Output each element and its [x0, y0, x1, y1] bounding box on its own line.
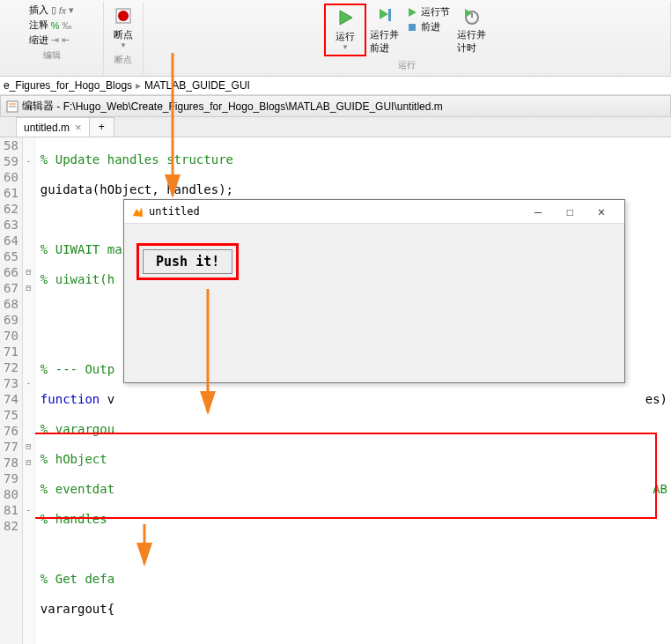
editor-titlebar: 编辑器 - F:\Hugo_Web\Create_Figures_for_Hog… [0, 95, 671, 117]
new-tab-btn[interactable]: + [89, 117, 114, 137]
run-advance-icon [374, 5, 395, 26]
editor-title-prefix: 编辑器 [22, 99, 54, 114]
tab-label: untitled.m [24, 122, 70, 134]
gui-title: untitled [149, 205, 200, 218]
crumb-1[interactable]: e_Figures_for_Hogo_Blogs [4, 79, 132, 92]
insert-btn[interactable]: 插入 ▯ fx ▾ [29, 4, 75, 17]
ribbon-toolbar: 插入 ▯ fx ▾ 注释 % ‰ 缩进 ⇥ ⇤ 编辑 断点 ▼ 断点 运行 ▼ … [0, 0, 671, 77]
gui-figure-window[interactable]: untitled — ☐ ✕ Push it! [123, 199, 625, 383]
svg-marker-2 [340, 11, 352, 25]
run-section-btn[interactable]: 运行节 [406, 5, 450, 19]
maximize-btn[interactable]: ☐ [554, 204, 586, 218]
svg-rect-4 [388, 9, 391, 21]
run-group: 运行 ▼ 运行并 前进 运行节 前进 运行并 计时 运行 [144, 2, 671, 74]
svg-marker-9 [465, 9, 472, 18]
svg-marker-3 [380, 9, 388, 19]
svg-point-0 [118, 11, 129, 21]
editor-path: F:\Hugo_Web\Create_Figures_for_Hogo_Blog… [63, 100, 443, 113]
tab-bar: untitled.m × + [0, 117, 671, 137]
group-edit-label: 编辑 [40, 48, 64, 63]
clock-icon [461, 5, 483, 26]
callback-highlight-box [35, 433, 657, 519]
close-btn[interactable]: ✕ [586, 204, 617, 218]
breakpoints-group: 断点 ▼ 断点 [104, 2, 144, 74]
fold-column[interactable]: -⊟⊟-⊟⊟- [23, 137, 35, 644]
svg-rect-6 [409, 24, 416, 31]
breadcrumb[interactable]: e_Figures_for_Hogo_Blogs ▸ MATLAB_GUIDE_… [0, 77, 671, 95]
comment-btn[interactable]: 注释 % ‰ [29, 19, 75, 32]
section-icon [406, 6, 418, 19]
crumb-2[interactable]: MATLAB_GUIDE_GUI [144, 79, 250, 92]
run-btn[interactable]: 运行 ▼ [324, 4, 366, 56]
code-editor[interactable]: 5859606162636465666768697071727374757677… [0, 137, 671, 644]
svg-marker-5 [409, 8, 417, 17]
group-run-label: 运行 [149, 58, 665, 72]
close-icon[interactable]: × [75, 121, 82, 134]
editor-icon [6, 100, 18, 113]
matlab-icon [131, 205, 144, 218]
run-time-btn[interactable]: 运行并 计时 [453, 4, 490, 56]
line-gutter: 5859606162636465666768697071727374757677… [0, 137, 23, 644]
push-button[interactable]: Push it! [143, 249, 232, 274]
gui-body: Push it! [124, 224, 624, 382]
advance-icon [406, 21, 418, 33]
edit-group: 插入 ▯ fx ▾ 注释 % ‰ 缩进 ⇥ ⇤ 编辑 [0, 2, 104, 74]
run-advance-btn[interactable]: 运行并 前进 [366, 4, 402, 56]
file-tab[interactable]: untitled.m × [16, 117, 90, 137]
gui-titlebar[interactable]: untitled — ☐ ✕ [124, 200, 624, 224]
breakpoints-btn[interactable]: 断点 ▼ [109, 4, 137, 51]
chevron-right-icon: ▸ [136, 79, 141, 92]
indent-btn[interactable]: 缩进 ⇥ ⇤ [29, 33, 75, 47]
play-icon [335, 7, 356, 28]
group-bp-label: 断点 [111, 53, 136, 67]
minimize-btn[interactable]: — [522, 204, 554, 218]
push-button-highlight: Push it! [136, 243, 239, 280]
advance-btn[interactable]: 前进 [406, 20, 450, 33]
